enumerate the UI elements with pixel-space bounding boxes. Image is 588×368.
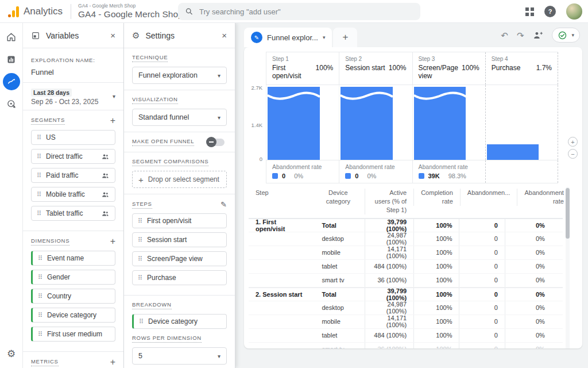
drag-handle-icon[interactable]: ⠿ xyxy=(37,153,41,160)
chevron-down-icon: ▾ xyxy=(218,114,220,121)
drag-handle-icon[interactable]: ⠿ xyxy=(138,255,142,263)
add-tab-button[interactable]: + xyxy=(333,28,357,47)
property-label: GA4 - Google Merch Shop xyxy=(78,3,183,9)
date-range-selector[interactable]: Last 28 days Sep 26 - Oct 23, 2025 ▾ xyxy=(23,83,123,110)
reports-icon[interactable] xyxy=(3,51,20,68)
date-badge: Last 28 days xyxy=(31,89,72,97)
cell-completion-rate: 100% xyxy=(413,232,459,246)
advertising-icon[interactable] xyxy=(3,95,20,113)
help-icon[interactable]: ? xyxy=(544,6,556,17)
segment-chip[interactable]: ⠿ Mobile traffic xyxy=(31,187,115,202)
global-search[interactable] xyxy=(178,3,420,20)
redo-icon[interactable]: ↷ xyxy=(517,31,524,40)
undo-icon[interactable]: ↶ xyxy=(501,31,508,40)
funnel-bar[interactable] xyxy=(268,87,320,160)
drag-handle-icon[interactable]: ⠿ xyxy=(138,274,142,282)
drag-handle-icon[interactable]: ⠿ xyxy=(38,331,42,338)
cell-completion-rate: 100% xyxy=(413,301,459,315)
visualization-label: VISUALIZATION xyxy=(132,96,178,104)
apps-grid-icon[interactable] xyxy=(525,7,534,16)
search-icon xyxy=(185,7,194,16)
dimension-chip[interactable]: ⠿ Gender xyxy=(31,270,115,285)
admin-gear-icon[interactable]: ⚙ xyxy=(7,348,16,360)
cell-abandonment-rate: 0% xyxy=(505,301,552,315)
cell-abandonment-rate: 0% xyxy=(505,315,552,328)
technique-select[interactable]: Funnel exploration ▾ xyxy=(132,67,227,84)
drop-segment-zone[interactable]: + Drop or select segment xyxy=(132,171,227,188)
open-funnel-toggle[interactable] xyxy=(207,139,225,146)
segment-chip[interactable]: ⠿ Direct traffic xyxy=(31,149,115,164)
abandonment-rate: 0% xyxy=(294,172,303,179)
close-icon[interactable]: × xyxy=(222,30,227,40)
search-input[interactable] xyxy=(199,7,413,16)
exploration-name-value[interactable]: Funnel xyxy=(31,68,115,76)
visualization-select[interactable]: Standard funnel ▾ xyxy=(132,109,227,126)
cell-abandonment-rate: 0% xyxy=(505,274,552,287)
drag-handle-icon[interactable]: ⠿ xyxy=(138,236,142,244)
funnel-bar[interactable] xyxy=(414,87,466,160)
drag-handle-icon[interactable]: ⠿ xyxy=(38,274,42,281)
breakdown-label: BREAKDOWN xyxy=(132,301,172,309)
dimension-label: Country xyxy=(47,292,71,300)
drag-handle-icon[interactable]: ⠿ xyxy=(37,210,41,217)
segment-chip[interactable]: ⠿ Tablet traffic xyxy=(31,206,115,221)
table-scrollbar[interactable] xyxy=(566,187,570,348)
dimension-chip[interactable]: ⠿ Country xyxy=(31,289,115,304)
edit-steps-icon[interactable]: ✎ xyxy=(220,200,227,209)
pencil-icon: ✎ xyxy=(251,32,262,43)
drag-handle-icon[interactable]: ⠿ xyxy=(139,318,144,325)
funnel-bar[interactable] xyxy=(487,144,539,160)
step-chip[interactable]: ⠿ First open/visit xyxy=(132,213,227,228)
scrollbar-thumb[interactable] xyxy=(566,188,570,239)
breakdown-chip[interactable]: ⠿ Device category xyxy=(132,314,227,329)
segment-comparisons-label: SEGMENT COMPARISONS xyxy=(132,158,208,166)
drag-handle-icon[interactable]: ⠿ xyxy=(38,293,42,300)
user-avatar[interactable] xyxy=(566,3,582,20)
zoom-out-icon[interactable]: − xyxy=(568,149,578,159)
cell-device: tablet xyxy=(311,263,365,270)
home-icon[interactable] xyxy=(3,28,20,45)
step-number: Step 4 xyxy=(492,56,552,62)
explore-icon-active[interactable] xyxy=(3,73,20,90)
segment-chip[interactable]: ⠿ Paid traffic xyxy=(31,168,115,183)
series-swatch xyxy=(272,173,278,179)
dimension-chip[interactable]: ⠿ Device category xyxy=(31,308,115,323)
share-users-icon[interactable] xyxy=(532,30,543,41)
step-chip[interactable]: ⠿ Purchase xyxy=(132,270,227,285)
add-segment-icon[interactable]: + xyxy=(110,116,115,125)
segment-chip[interactable]: ⠿ US xyxy=(31,130,115,145)
dimension-chip[interactable]: ⠿ Event name xyxy=(31,251,115,266)
shared-segment-icon xyxy=(101,190,110,199)
drag-handle-icon[interactable]: ⠿ xyxy=(138,217,142,225)
saved-status-pill[interactable]: ▾ xyxy=(552,28,580,43)
cell-abandonments: 0 xyxy=(459,260,504,273)
zoom-in-icon[interactable]: + xyxy=(568,137,578,147)
add-dimension-icon[interactable]: + xyxy=(110,237,115,246)
drag-handle-icon[interactable]: ⠿ xyxy=(37,134,41,141)
dimension-label: Gender xyxy=(47,273,70,281)
variables-icon xyxy=(31,31,40,40)
rows-per-dimension-select[interactable]: 5 ▾ xyxy=(132,347,227,365)
drag-handle-icon[interactable]: ⠿ xyxy=(37,172,41,179)
step-chip[interactable]: ⠿ Screen/Page view xyxy=(132,251,227,266)
property-switcher[interactable]: GA4 - Google Merch Shop GA4 - Google Mer… xyxy=(78,3,183,20)
drag-handle-icon[interactable]: ⠿ xyxy=(38,312,42,319)
dimension-label: First user medium xyxy=(47,330,102,338)
drag-handle-icon[interactable]: ⠿ xyxy=(38,255,42,262)
open-funnel-label: MAKE OPEN FUNNEL xyxy=(132,138,194,146)
tab-funnel-exploration[interactable]: ✎ Funnel explor... ▾ xyxy=(244,28,332,47)
step-chip[interactable]: ⠿ Session start xyxy=(132,232,227,247)
abandonment-cell xyxy=(485,160,558,183)
close-icon[interactable]: × xyxy=(110,30,115,40)
table-row: desktop 24,987 (100%) 100% 0 0% xyxy=(249,232,563,246)
dimension-chip[interactable]: ⠿ First user medium xyxy=(31,327,115,342)
funnel-bar[interactable] xyxy=(341,87,393,160)
add-metric-icon[interactable]: + xyxy=(110,358,115,367)
column-header: Device category xyxy=(311,189,365,206)
abandonment-row: Abandonment rate 0 0% Abandonment rate 0 xyxy=(266,160,558,183)
funnel-step-header: Step 3 Screen/Page view 100% xyxy=(412,52,485,85)
drag-handle-icon[interactable]: ⠿ xyxy=(37,191,41,198)
step-name: First open/visit xyxy=(272,64,316,80)
chevron-down-icon: ▾ xyxy=(218,353,220,359)
analytics-home-link[interactable]: Analytics xyxy=(0,6,63,17)
